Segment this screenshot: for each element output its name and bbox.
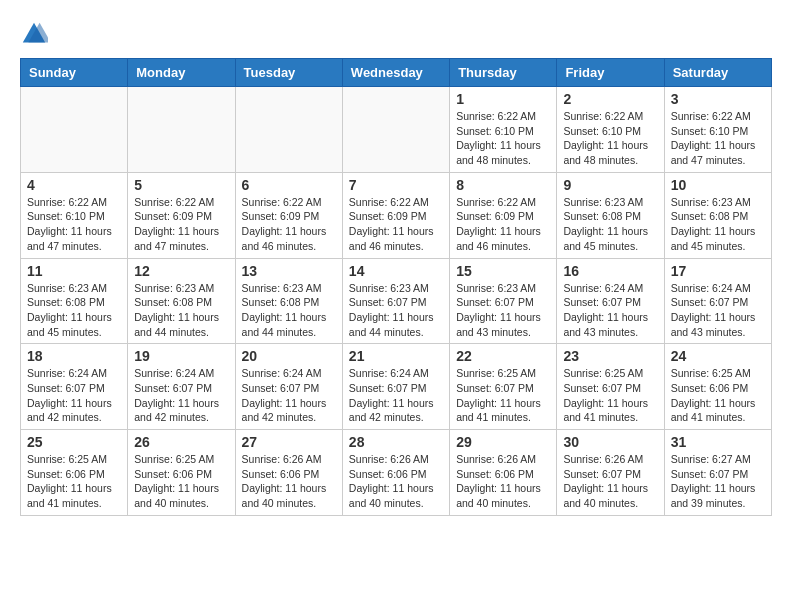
week-row-2: 4Sunrise: 6:22 AMSunset: 6:10 PMDaylight… (21, 172, 772, 258)
day-number: 28 (349, 434, 443, 450)
calendar-cell: 22Sunrise: 6:25 AMSunset: 6:07 PMDayligh… (450, 344, 557, 430)
calendar-cell: 7Sunrise: 6:22 AMSunset: 6:09 PMDaylight… (342, 172, 449, 258)
day-info: Sunrise: 6:22 AMSunset: 6:10 PMDaylight:… (27, 195, 121, 254)
day-info: Sunrise: 6:23 AMSunset: 6:08 PMDaylight:… (27, 281, 121, 340)
day-info: Sunrise: 6:22 AMSunset: 6:09 PMDaylight:… (134, 195, 228, 254)
calendar-header-sunday: Sunday (21, 59, 128, 87)
calendar-cell: 30Sunrise: 6:26 AMSunset: 6:07 PMDayligh… (557, 430, 664, 516)
calendar-header-tuesday: Tuesday (235, 59, 342, 87)
day-number: 15 (456, 263, 550, 279)
logo (20, 20, 52, 48)
day-info: Sunrise: 6:22 AMSunset: 6:10 PMDaylight:… (456, 109, 550, 168)
day-number: 25 (27, 434, 121, 450)
day-number: 24 (671, 348, 765, 364)
calendar-cell (128, 87, 235, 173)
calendar-cell: 24Sunrise: 6:25 AMSunset: 6:06 PMDayligh… (664, 344, 771, 430)
day-info: Sunrise: 6:23 AMSunset: 6:08 PMDaylight:… (563, 195, 657, 254)
calendar-cell: 2Sunrise: 6:22 AMSunset: 6:10 PMDaylight… (557, 87, 664, 173)
day-number: 19 (134, 348, 228, 364)
calendar-cell: 14Sunrise: 6:23 AMSunset: 6:07 PMDayligh… (342, 258, 449, 344)
calendar-cell: 29Sunrise: 6:26 AMSunset: 6:06 PMDayligh… (450, 430, 557, 516)
day-number: 10 (671, 177, 765, 193)
day-number: 1 (456, 91, 550, 107)
week-row-5: 25Sunrise: 6:25 AMSunset: 6:06 PMDayligh… (21, 430, 772, 516)
calendar-cell: 3Sunrise: 6:22 AMSunset: 6:10 PMDaylight… (664, 87, 771, 173)
calendar-cell: 19Sunrise: 6:24 AMSunset: 6:07 PMDayligh… (128, 344, 235, 430)
day-info: Sunrise: 6:26 AMSunset: 6:06 PMDaylight:… (242, 452, 336, 511)
calendar-cell: 10Sunrise: 6:23 AMSunset: 6:08 PMDayligh… (664, 172, 771, 258)
day-number: 8 (456, 177, 550, 193)
day-info: Sunrise: 6:23 AMSunset: 6:08 PMDaylight:… (671, 195, 765, 254)
page-header (20, 20, 772, 48)
calendar-cell: 4Sunrise: 6:22 AMSunset: 6:10 PMDaylight… (21, 172, 128, 258)
day-info: Sunrise: 6:26 AMSunset: 6:06 PMDaylight:… (349, 452, 443, 511)
calendar-cell (342, 87, 449, 173)
day-number: 9 (563, 177, 657, 193)
calendar-cell: 11Sunrise: 6:23 AMSunset: 6:08 PMDayligh… (21, 258, 128, 344)
day-number: 16 (563, 263, 657, 279)
day-info: Sunrise: 6:22 AMSunset: 6:09 PMDaylight:… (456, 195, 550, 254)
day-info: Sunrise: 6:24 AMSunset: 6:07 PMDaylight:… (349, 366, 443, 425)
day-info: Sunrise: 6:25 AMSunset: 6:06 PMDaylight:… (134, 452, 228, 511)
day-number: 31 (671, 434, 765, 450)
calendar-cell: 15Sunrise: 6:23 AMSunset: 6:07 PMDayligh… (450, 258, 557, 344)
day-info: Sunrise: 6:27 AMSunset: 6:07 PMDaylight:… (671, 452, 765, 511)
calendar-header-row: SundayMondayTuesdayWednesdayThursdayFrid… (21, 59, 772, 87)
day-info: Sunrise: 6:23 AMSunset: 6:08 PMDaylight:… (134, 281, 228, 340)
day-info: Sunrise: 6:24 AMSunset: 6:07 PMDaylight:… (242, 366, 336, 425)
calendar-cell: 31Sunrise: 6:27 AMSunset: 6:07 PMDayligh… (664, 430, 771, 516)
day-number: 7 (349, 177, 443, 193)
day-number: 14 (349, 263, 443, 279)
day-number: 29 (456, 434, 550, 450)
calendar-cell: 17Sunrise: 6:24 AMSunset: 6:07 PMDayligh… (664, 258, 771, 344)
day-number: 5 (134, 177, 228, 193)
day-info: Sunrise: 6:26 AMSunset: 6:06 PMDaylight:… (456, 452, 550, 511)
calendar-cell: 5Sunrise: 6:22 AMSunset: 6:09 PMDaylight… (128, 172, 235, 258)
calendar-cell: 1Sunrise: 6:22 AMSunset: 6:10 PMDaylight… (450, 87, 557, 173)
day-number: 12 (134, 263, 228, 279)
calendar-cell: 23Sunrise: 6:25 AMSunset: 6:07 PMDayligh… (557, 344, 664, 430)
week-row-3: 11Sunrise: 6:23 AMSunset: 6:08 PMDayligh… (21, 258, 772, 344)
day-info: Sunrise: 6:24 AMSunset: 6:07 PMDaylight:… (671, 281, 765, 340)
week-row-1: 1Sunrise: 6:22 AMSunset: 6:10 PMDaylight… (21, 87, 772, 173)
week-row-4: 18Sunrise: 6:24 AMSunset: 6:07 PMDayligh… (21, 344, 772, 430)
day-info: Sunrise: 6:26 AMSunset: 6:07 PMDaylight:… (563, 452, 657, 511)
calendar-cell: 21Sunrise: 6:24 AMSunset: 6:07 PMDayligh… (342, 344, 449, 430)
calendar-cell: 20Sunrise: 6:24 AMSunset: 6:07 PMDayligh… (235, 344, 342, 430)
calendar-cell (21, 87, 128, 173)
day-info: Sunrise: 6:23 AMSunset: 6:07 PMDaylight:… (456, 281, 550, 340)
day-number: 4 (27, 177, 121, 193)
calendar-header-monday: Monday (128, 59, 235, 87)
calendar-cell: 13Sunrise: 6:23 AMSunset: 6:08 PMDayligh… (235, 258, 342, 344)
calendar-header-saturday: Saturday (664, 59, 771, 87)
calendar-cell: 8Sunrise: 6:22 AMSunset: 6:09 PMDaylight… (450, 172, 557, 258)
day-number: 30 (563, 434, 657, 450)
calendar-table: SundayMondayTuesdayWednesdayThursdayFrid… (20, 58, 772, 516)
calendar-cell: 12Sunrise: 6:23 AMSunset: 6:08 PMDayligh… (128, 258, 235, 344)
day-info: Sunrise: 6:22 AMSunset: 6:10 PMDaylight:… (563, 109, 657, 168)
day-info: Sunrise: 6:24 AMSunset: 6:07 PMDaylight:… (563, 281, 657, 340)
day-info: Sunrise: 6:24 AMSunset: 6:07 PMDaylight:… (134, 366, 228, 425)
day-number: 2 (563, 91, 657, 107)
calendar-cell: 6Sunrise: 6:22 AMSunset: 6:09 PMDaylight… (235, 172, 342, 258)
logo-icon (20, 20, 48, 48)
calendar-cell: 9Sunrise: 6:23 AMSunset: 6:08 PMDaylight… (557, 172, 664, 258)
calendar-cell: 27Sunrise: 6:26 AMSunset: 6:06 PMDayligh… (235, 430, 342, 516)
day-info: Sunrise: 6:25 AMSunset: 6:07 PMDaylight:… (563, 366, 657, 425)
day-info: Sunrise: 6:25 AMSunset: 6:07 PMDaylight:… (456, 366, 550, 425)
calendar-cell: 25Sunrise: 6:25 AMSunset: 6:06 PMDayligh… (21, 430, 128, 516)
calendar-cell: 28Sunrise: 6:26 AMSunset: 6:06 PMDayligh… (342, 430, 449, 516)
day-info: Sunrise: 6:23 AMSunset: 6:07 PMDaylight:… (349, 281, 443, 340)
calendar-cell: 18Sunrise: 6:24 AMSunset: 6:07 PMDayligh… (21, 344, 128, 430)
calendar-header-friday: Friday (557, 59, 664, 87)
day-info: Sunrise: 6:22 AMSunset: 6:09 PMDaylight:… (242, 195, 336, 254)
day-number: 26 (134, 434, 228, 450)
day-info: Sunrise: 6:25 AMSunset: 6:06 PMDaylight:… (671, 366, 765, 425)
calendar-header-thursday: Thursday (450, 59, 557, 87)
day-number: 22 (456, 348, 550, 364)
calendar-cell: 26Sunrise: 6:25 AMSunset: 6:06 PMDayligh… (128, 430, 235, 516)
day-info: Sunrise: 6:22 AMSunset: 6:09 PMDaylight:… (349, 195, 443, 254)
day-number: 3 (671, 91, 765, 107)
day-info: Sunrise: 6:25 AMSunset: 6:06 PMDaylight:… (27, 452, 121, 511)
calendar-header-wednesday: Wednesday (342, 59, 449, 87)
